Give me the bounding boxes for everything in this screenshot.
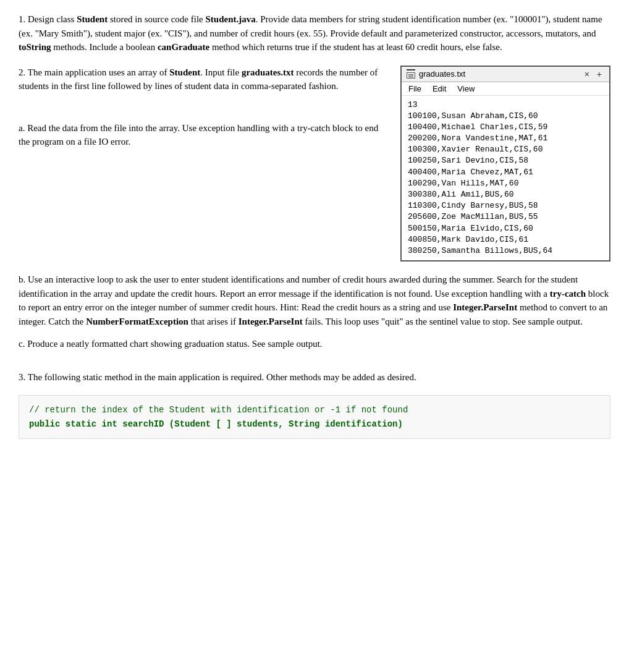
section-1: 1. Design class Student stored in source…: [19, 12, 610, 54]
section2-text2: . Input file: [200, 67, 242, 77]
section-b-parseInt: Integer.ParseInt: [453, 302, 517, 312]
notepad-titlebar: graduates.txt × +: [402, 67, 609, 82]
section1-text2: stored in source code file: [108, 14, 205, 24]
section-b: b. Use an interactive loop to ask the us…: [19, 273, 610, 328]
notepad-menubar: File Edit View: [402, 82, 609, 96]
section-c-label: c.: [19, 339, 25, 349]
code-line1: // return the index of the Student with …: [29, 403, 600, 417]
notepad-close-button[interactable]: ×: [582, 69, 592, 79]
notepad-content: 13 100100,Susan Abraham,CIS,60 100400,Mi…: [402, 96, 609, 261]
notepad-title: graduates.txt: [419, 69, 465, 79]
section1-student: Student: [77, 14, 108, 24]
section-b-nfe: NumberFormatException: [86, 317, 188, 326]
notepad-icon-decoration: [407, 69, 415, 79]
notepad-window: graduates.txt × + File Edit View 13 1001…: [400, 66, 610, 262]
notepad-menu-view[interactable]: View: [455, 83, 476, 94]
section-c-text: Produce a neatly formatted chart showing…: [25, 339, 322, 349]
code-block: // return the index of the Student with …: [19, 395, 610, 439]
code-line2-text: public static int searchID (Student [ ] …: [29, 419, 403, 429]
section-b-text4: that arises if: [188, 317, 239, 326]
notepad-window-controls: × +: [582, 69, 604, 79]
notepad-menu-file[interactable]: File: [407, 83, 423, 94]
notepad-app-icon: [407, 69, 415, 79]
section-2-wrapper: 2. The main application uses an array of…: [19, 66, 610, 262]
section-c: c. Produce a neatly formatted chart show…: [19, 337, 610, 351]
section1-text5: method which returns true if the student…: [209, 42, 502, 52]
section-a-text: Read the data from the file into the arr…: [19, 123, 378, 147]
section1-text: 1. Design class: [19, 14, 77, 24]
section2-student: Student: [169, 67, 200, 77]
section-b-trycatch: try-catch: [550, 289, 586, 299]
notepad-menu-edit[interactable]: Edit: [431, 83, 448, 94]
section-b-label: b.: [19, 274, 25, 284]
section1-cangraduate: canGraduate: [158, 42, 209, 52]
section-a-label: a.: [19, 123, 25, 133]
section2-graduates: graduates.txt: [242, 67, 294, 77]
section-2-text: 2. The main application uses an array of…: [19, 66, 388, 149]
section-b-parseInt2: Integer.ParseInt: [239, 317, 303, 326]
section-b-text1: Use an interactive loop to ask the user …: [19, 274, 578, 299]
section2-intro: 2. The main application uses an array of: [19, 67, 169, 77]
section-3: 3. The following static method in the ma…: [19, 370, 610, 385]
section3-text: 3. The following static method in the ma…: [19, 370, 610, 385]
section-b-text5: fails. This loop uses "quit" as the sent…: [303, 317, 583, 326]
section1-tostring: toString: [19, 42, 51, 52]
section1-filename: Student.java: [205, 14, 255, 24]
code-line2: public static int searchID (Student [ ] …: [29, 417, 600, 431]
notepad-plus-button[interactable]: +: [594, 69, 604, 79]
section1-text4: methods. Include a boolean: [51, 42, 158, 52]
notepad-title-left: graduates.txt: [407, 69, 465, 79]
